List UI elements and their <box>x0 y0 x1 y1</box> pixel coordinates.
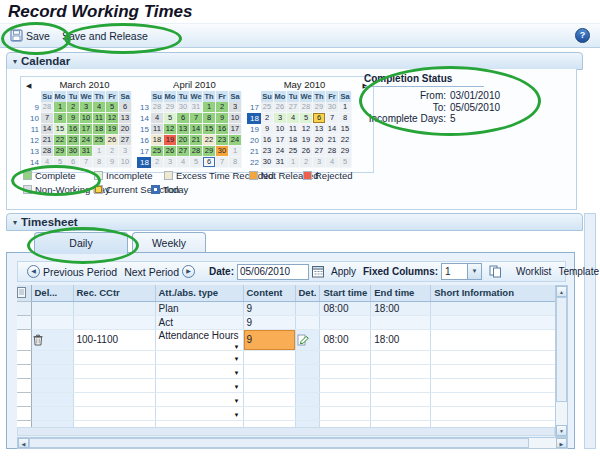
calendar-day[interactable]: 3 <box>164 157 177 168</box>
calendar-day[interactable]: 10 <box>274 124 287 135</box>
calendar-day[interactable]: 26 <box>300 146 313 157</box>
calendar-day[interactable]: 7 <box>80 157 93 168</box>
horizontal-scroll-thumb[interactable] <box>29 438 529 448</box>
template-button[interactable]: Template▾ <box>558 266 600 277</box>
save-button[interactable]: Save <box>4 27 56 44</box>
rec-cctr-cell[interactable] <box>73 364 155 378</box>
copy-icon[interactable] <box>489 265 502 278</box>
calendar-day[interactable]: 20 <box>119 124 132 135</box>
calendar-day[interactable]: 29 <box>313 102 326 113</box>
calendar-day[interactable]: 6 <box>313 113 326 124</box>
row-selector[interactable] <box>17 406 31 420</box>
calendar-day[interactable]: 28 <box>151 102 164 113</box>
calendar-day[interactable]: 26 <box>106 135 119 146</box>
calendar-day[interactable]: 30 <box>261 157 274 168</box>
apply-button[interactable]: Apply <box>331 266 356 277</box>
calendar-day[interactable]: 30 <box>216 146 229 157</box>
calendar-day[interactable]: 12 <box>164 124 177 135</box>
calendar-day[interactable]: 3 <box>119 146 132 157</box>
calendar-day[interactable]: 7 <box>326 113 339 124</box>
calendar-day[interactable]: 4 <box>326 157 339 168</box>
calendar-day[interactable]: 5 <box>106 102 119 113</box>
content-cell[interactable] <box>243 378 295 392</box>
week-number[interactable]: 13 <box>137 102 151 113</box>
calendar-day[interactable]: 3 <box>229 102 242 113</box>
calendar-day[interactable]: 23 <box>216 135 229 146</box>
column-header[interactable]: Del... <box>31 285 73 301</box>
scroll-right-icon[interactable]: ▶ <box>556 438 567 448</box>
table-vertical-scrollbar[interactable]: ▲ ▼ <box>555 285 568 437</box>
short-information-cell[interactable] <box>431 329 559 350</box>
page-scrollbar[interactable] <box>584 213 596 449</box>
rec-cctr-cell[interactable] <box>73 406 155 420</box>
date-picker-icon[interactable] <box>312 265 324 278</box>
calendar-day[interactable]: 1 <box>93 146 106 157</box>
calendar-day[interactable]: 25 <box>287 146 300 157</box>
column-header[interactable]: End time <box>371 285 431 301</box>
week-number[interactable]: 9 <box>27 102 41 113</box>
start-time-cell[interactable] <box>320 392 371 406</box>
date-input[interactable] <box>237 264 309 280</box>
calendar-day[interactable]: 31 <box>80 146 93 157</box>
calendar-day[interactable]: 8 <box>93 157 106 168</box>
worklist-button[interactable]: Worklist <box>516 266 551 277</box>
calendar-day[interactable]: 13 <box>313 124 326 135</box>
calendar-day[interactable]: 14 <box>41 124 54 135</box>
calendar-day[interactable]: 9 <box>216 113 229 124</box>
calendar-day[interactable]: 20 <box>313 135 326 146</box>
calendar-day[interactable]: 12 <box>106 113 119 124</box>
calendar-day[interactable]: 2 <box>106 146 119 157</box>
scroll-left-icon[interactable]: ◀ <box>18 438 29 448</box>
week-number[interactable]: 21 <box>247 146 261 157</box>
calendar-day[interactable]: 25 <box>93 135 106 146</box>
column-header[interactable]: Short Information <box>431 285 559 301</box>
calendar-day[interactable]: 1 <box>229 146 242 157</box>
calendar-day[interactable]: 1 <box>287 157 300 168</box>
start-time-cell[interactable] <box>320 364 371 378</box>
row-selector[interactable] <box>17 301 31 315</box>
fixed-columns-select[interactable]: 1 ▼ <box>441 263 482 280</box>
previous-period-button[interactable]: ◀ Previous Period <box>27 265 117 278</box>
column-header[interactable]: Det. <box>295 285 320 301</box>
next-period-button[interactable]: Next Period ▶ <box>124 265 195 278</box>
calendar-day[interactable]: 11 <box>287 124 300 135</box>
calendar-day[interactable]: 4 <box>93 102 106 113</box>
content-cell[interactable] <box>243 350 295 364</box>
calendar-day[interactable]: 4 <box>151 113 164 124</box>
calendar-day[interactable]: 5 <box>164 113 177 124</box>
calendar-day[interactable]: 15 <box>203 124 216 135</box>
calendar-day[interactable]: 8 <box>203 113 216 124</box>
calendar-day[interactable]: 19 <box>300 135 313 146</box>
timesheet-section-header[interactable]: ▾ Timesheet <box>6 213 583 231</box>
calendar-day[interactable]: 29 <box>203 146 216 157</box>
calendar-day[interactable]: 28 <box>41 146 54 157</box>
end-time-cell[interactable] <box>371 364 431 378</box>
scroll-down-icon[interactable]: ▼ <box>556 425 567 436</box>
chevron-down-icon[interactable]: ▼ <box>234 356 240 362</box>
att-abs-type-cell[interactable]: ▼ <box>155 364 243 378</box>
column-header[interactable]: Content <box>243 285 295 301</box>
calendar-day[interactable]: 31 <box>190 102 203 113</box>
calendar-day[interactable]: 2 <box>261 113 274 124</box>
calendar-day[interactable]: 22 <box>54 135 67 146</box>
table-horizontal-scrollbar[interactable]: ◀ ▶ <box>17 437 568 449</box>
row-selector[interactable] <box>17 350 31 364</box>
calendar-day[interactable]: 6 <box>119 102 132 113</box>
calendar-day[interactable]: 6 <box>67 157 80 168</box>
calendar-day[interactable]: 2 <box>300 157 313 168</box>
calendar-day[interactable]: 11 <box>93 113 106 124</box>
calendar-day[interactable]: 28 <box>190 146 203 157</box>
calendar-day[interactable]: 24 <box>229 135 242 146</box>
calendar-day[interactable]: 5 <box>54 157 67 168</box>
calendar-day[interactable]: 15 <box>339 124 352 135</box>
row-selector[interactable] <box>17 378 31 392</box>
calendar-day[interactable]: 3 <box>313 157 326 168</box>
calendar-day[interactable]: 21 <box>41 135 54 146</box>
calendar-day[interactable]: 25 <box>151 146 164 157</box>
calendar-day[interactable]: 27 <box>177 146 190 157</box>
end-time-cell[interactable] <box>371 378 431 392</box>
calendar-day[interactable]: 12 <box>300 124 313 135</box>
calendar-day[interactable]: 18 <box>151 135 164 146</box>
calendar-day[interactable]: 1 <box>54 102 67 113</box>
calendar-day[interactable]: 28 <box>326 146 339 157</box>
